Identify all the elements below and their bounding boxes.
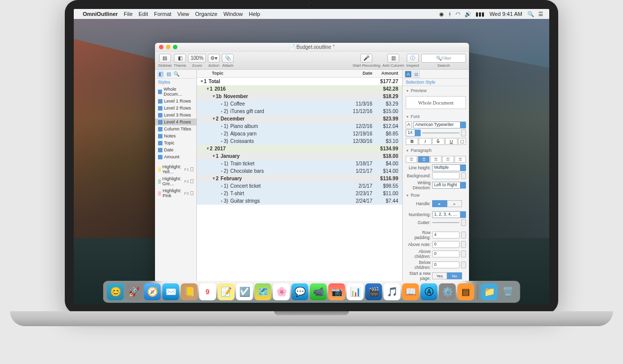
dock-reminders-icon[interactable]: ☑️ — [236, 283, 253, 300]
dock-safari-icon[interactable]: 🧭 — [144, 283, 161, 300]
column-date[interactable]: Date — [344, 70, 374, 77]
window-minimize-button[interactable] — [166, 45, 170, 49]
disclosure-triangle-icon[interactable]: ▼ — [200, 79, 204, 84]
outline-row[interactable]: ▼12016$42.28 — [197, 85, 402, 93]
outline-row[interactable]: •1)Train ticket1/18/17$4.00 — [197, 160, 402, 167]
align-natural-button[interactable]: ☰ — [455, 156, 466, 163]
background-color-well[interactable] — [432, 172, 460, 179]
window-maximize-button[interactable] — [173, 45, 177, 49]
dock-finder-icon[interactable]: 😊 — [107, 283, 124, 300]
outline-row[interactable]: •3)Croissants12/30/16$3.10 — [197, 137, 402, 145]
inspect-button[interactable]: ⓘ — [407, 54, 419, 63]
sidebar-item[interactable]: Level 1 Rows — [155, 98, 196, 105]
above-children-stepper[interactable] — [461, 250, 466, 257]
underline-button[interactable]: U — [445, 138, 458, 145]
menu-window[interactable]: Window — [223, 11, 243, 17]
column-headers[interactable]: Topic Date Amount — [197, 70, 402, 78]
disclosure-triangle-icon[interactable]: ▼ — [212, 154, 216, 158]
disclosure-triangle-icon[interactable]: ▼ — [206, 87, 210, 91]
dock-maps-icon[interactable]: 🗺️ — [255, 283, 272, 300]
new-page-segmented[interactable]: YesNo — [432, 272, 462, 279]
handle-segmented[interactable]: ▸▹ — [432, 200, 462, 207]
disclosure-triangle-icon[interactable]: ▼ — [212, 117, 216, 121]
menu-help[interactable]: Help — [249, 11, 260, 17]
dock-ibooks-icon[interactable]: 📖 — [402, 283, 419, 300]
battery-icon[interactable]: ▮▮▮ — [475, 11, 484, 17]
dock-photobooth-icon[interactable]: 📷 — [328, 283, 345, 300]
gutter-color-well[interactable] — [432, 222, 460, 223]
column-topic[interactable]: Topic — [197, 70, 344, 77]
search-input[interactable]: 🔍 Filter — [421, 54, 466, 63]
wifi-icon[interactable]: ◠ — [456, 11, 461, 17]
text-color-swatch[interactable]: A — [406, 121, 412, 128]
menu-view[interactable]: View — [177, 11, 189, 17]
bluetooth-icon[interactable]: ᚼ — [448, 11, 452, 17]
spotlight-icon[interactable]: 🔍 — [527, 11, 534, 17]
align-right-button[interactable]: ☰ — [430, 156, 442, 163]
dock-numbers-icon[interactable]: 📊 — [347, 283, 364, 300]
below-children-stepper[interactable] — [461, 261, 466, 268]
menu-organize[interactable]: Organize — [195, 11, 217, 17]
theme-button[interactable]: ◧ — [174, 54, 186, 63]
preview-section-header[interactable]: Preview — [403, 86, 469, 95]
menubar-clock[interactable]: Wed 9:41 AM — [489, 11, 522, 17]
inspector-tab-doc-icon[interactable]: ▤ — [413, 71, 420, 78]
sidebar-highlight-item[interactable]: Highlight: PinkF3 — [155, 187, 196, 199]
outline-row[interactable]: •1)Coffee11/3/16$3.29 — [197, 100, 402, 108]
gutter-stepper[interactable] — [461, 219, 466, 226]
dock-downloads-icon[interactable]: 📁 — [481, 283, 498, 300]
font-weight-stepper[interactable] — [461, 129, 466, 136]
window-close-button[interactable] — [159, 45, 163, 49]
font-family-select[interactable]: American Typewriter — [413, 121, 466, 128]
font-weight-slider[interactable] — [422, 132, 460, 133]
dock-mail-icon[interactable]: ✉️ — [162, 283, 179, 300]
sidebar-item[interactable]: Level 2 Rows — [155, 105, 196, 112]
outline-row[interactable]: ▼22017$134.99 — [197, 145, 402, 152]
outline-rows[interactable]: ▼1Total$177.27▼12016$42.28▼1bNovember$18… — [197, 78, 402, 285]
dock-settings-icon[interactable]: ⚙️ — [439, 283, 456, 300]
dock-keynote-icon[interactable]: 🎬 — [365, 283, 382, 300]
start-recording-button[interactable]: 🎤 — [360, 54, 372, 63]
outline-row[interactable]: •1)Piano album12/2/16$12.04 — [197, 122, 402, 130]
below-children-field[interactable]: 0 — [432, 261, 460, 268]
dock-facetime-icon[interactable]: 📹 — [310, 283, 327, 300]
above-note-field[interactable]: 0 — [432, 241, 460, 248]
sidebar-item[interactable]: Date — [155, 146, 196, 153]
dock-launchpad-icon[interactable]: 🚀 — [126, 283, 143, 300]
dock-notes-icon[interactable]: 📝 — [218, 283, 235, 300]
menu-format[interactable]: Format — [154, 11, 171, 17]
disclosure-triangle-icon[interactable]: ▼ — [212, 176, 216, 181]
column-amount[interactable]: Amount — [374, 70, 402, 77]
dock-appstore-icon[interactable]: Ⓐ — [421, 283, 438, 300]
menu-edit[interactable]: Edit — [139, 11, 148, 17]
zoom-select[interactable]: 100% — [188, 54, 206, 63]
align-center-button[interactable]: ☰ — [418, 156, 429, 163]
titlebar[interactable]: 📄 Budget.ooutline ˅ — [155, 43, 469, 52]
outline-row[interactable]: ▼2December$23.99 — [197, 115, 402, 122]
outline-row[interactable]: ▼2February$116.99 — [197, 175, 402, 182]
sidebar-tab-styles-icon[interactable]: ◧ — [157, 71, 164, 78]
highlight-checkbox[interactable] — [190, 191, 193, 195]
outline-row[interactable]: •2)iTunes gift card11/12/16$15.00 — [197, 108, 402, 115]
dock-messages-icon[interactable]: 💬 — [292, 283, 309, 300]
dock-calendar-icon[interactable]: 9 — [199, 283, 216, 300]
outline-row[interactable]: •2)Alpaca yarn12/19/16$8.85 — [197, 130, 402, 137]
app-menu[interactable]: OmniOutliner — [83, 11, 118, 17]
strike-button[interactable]: S̶ — [432, 138, 445, 145]
font-size-select[interactable]: 14 — [406, 129, 421, 136]
line-height-select[interactable]: Multiple — [432, 164, 466, 171]
attach-button[interactable]: 📎 — [222, 54, 234, 63]
sidebar-tab-sections-icon[interactable]: ▤ — [165, 71, 172, 78]
dock-contacts-icon[interactable]: 📒 — [181, 283, 198, 300]
sidebar-item[interactable]: Level 3 Rows — [155, 112, 196, 119]
menu-file[interactable]: File — [124, 11, 133, 17]
outline-row[interactable]: •3)Guitar strings2/24/17$7.44 — [197, 197, 402, 205]
align-justify-button[interactable]: ☰ — [442, 156, 454, 163]
notification-center-icon[interactable]: ☰ — [538, 11, 543, 17]
highlight-checkbox[interactable] — [190, 167, 193, 171]
siri-icon[interactable]: ◉ — [439, 11, 444, 17]
action-button[interactable]: ⚙︎▾ — [208, 54, 220, 63]
outline-row[interactable]: ▼1Total$177.27 — [197, 78, 402, 85]
dock-omnioutliner-icon[interactable]: ▤ — [458, 283, 474, 300]
sidebar-item[interactable]: Amount — [155, 153, 196, 160]
